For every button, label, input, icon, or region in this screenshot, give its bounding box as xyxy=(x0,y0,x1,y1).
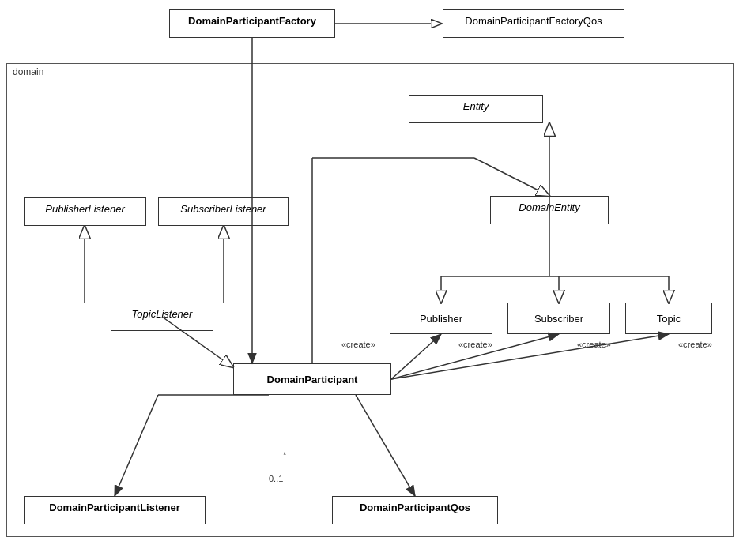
multiplicity-star: * xyxy=(283,450,286,460)
box-domain-participant: DomainParticipant xyxy=(233,363,391,395)
box-subscriber-listener: SubscriberListener xyxy=(158,197,289,226)
domain-boundary xyxy=(6,63,734,537)
diagram-container: domain DomainParticipantFactory DomainPa… xyxy=(0,0,747,560)
box-publisher: Publisher xyxy=(390,303,492,334)
box-topic: Topic xyxy=(625,303,712,334)
box-domain-participant-factory-qos: DomainParticipantFactoryQos xyxy=(443,9,624,38)
box-subscriber: Subscriber xyxy=(507,303,610,334)
multiplicity-zero-one: 0..1 xyxy=(269,474,283,483)
box-domain-participant-factory: DomainParticipantFactory xyxy=(169,9,335,38)
label-create3: «create» xyxy=(577,340,611,349)
box-domain-participant-listener: DomainParticipantListener xyxy=(24,496,206,524)
box-domain-participant-qos: DomainParticipantQos xyxy=(332,496,498,524)
domain-label: domain xyxy=(13,66,43,77)
box-domain-entity: DomainEntity xyxy=(490,196,609,224)
label-create4: «create» xyxy=(678,340,712,349)
box-entity: Entity xyxy=(409,95,543,123)
box-topic-listener: TopicListener xyxy=(111,303,213,331)
label-create2: «create» xyxy=(458,340,492,349)
box-publisher-listener: PublisherListener xyxy=(24,197,146,226)
label-create1: «create» xyxy=(341,340,375,349)
